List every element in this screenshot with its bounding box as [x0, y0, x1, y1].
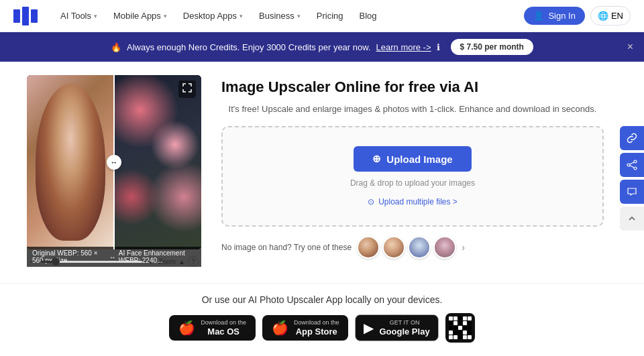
sample-image-1[interactable] — [357, 236, 380, 259]
fire-icon: 🔥 — [111, 42, 121, 52]
divider-drag-handle[interactable]: ↔ — [107, 155, 121, 170]
navbar: AI Tools ▾ Mobile Apps ▾ Desktop Apps ▾ … — [0, 0, 644, 32]
chevron-down-icon: ▾ — [164, 13, 167, 19]
appstore-badge-big: App Store — [294, 327, 339, 337]
upload-multiple-link[interactable]: ⊙ Upload multiple files > — [236, 197, 589, 206]
gp-badge-big: Google Play — [379, 327, 429, 337]
link-float-button[interactable] — [620, 126, 644, 150]
sample-image-2[interactable] — [382, 236, 405, 259]
zoom-slider[interactable] — [40, 261, 142, 263]
page-title: Image Upscaler Online for free via AI — [221, 78, 604, 97]
svg-line-9 — [630, 166, 634, 168]
svg-point-5 — [634, 160, 637, 163]
banner-text: Always enough Nero Credits. Enjoy 3000 C… — [127, 42, 370, 52]
slider-thumb[interactable] — [52, 257, 60, 265]
upload-button[interactable]: ⊕ Upload Image — [354, 146, 471, 172]
info-icon: ℹ — [437, 42, 440, 52]
share-float-button[interactable] — [620, 153, 644, 177]
nav-ai-tools[interactable]: AI Tools ▾ — [54, 7, 104, 25]
svg-point-7 — [634, 167, 637, 170]
nav-blog[interactable]: Blog — [353, 7, 384, 25]
sample-image-3[interactable] — [408, 236, 431, 259]
promo-banner: 🔥 Always enough Nero Credits. Enjoy 3000… — [0, 32, 644, 62]
chevron-down-icon: ▾ — [94, 13, 97, 19]
no-image-text: No image on hand? Try one of these — [221, 243, 352, 252]
learn-more-link[interactable]: Learn more -> — [376, 42, 431, 52]
svg-rect-0 — [13, 9, 20, 23]
arrow-icon: ↔ — [109, 253, 116, 261]
macos-badge[interactable]: 🍎 Download on the Mac OS — [169, 315, 256, 341]
qr-code[interactable] — [445, 313, 475, 343]
enhanced-image — [114, 75, 201, 249]
nav-right: 👤 Sign In 🌐 EN — [524, 6, 631, 25]
hero-subtitle: It's free! Upscale and enlarge images & … — [221, 103, 604, 116]
nav-business[interactable]: Business ▾ — [252, 7, 307, 25]
logo[interactable] — [13, 7, 38, 25]
googleplay-badge[interactable]: ▶ GET IT ON Google Play — [355, 314, 438, 341]
gp-badge-small: GET IT ON — [379, 319, 429, 327]
nav-items: AI Tools ▾ Mobile Apps ▾ Desktop Apps ▾ … — [54, 7, 524, 25]
multi-upload-icon: ⊙ — [368, 197, 374, 206]
expand-icon — [182, 83, 192, 93]
plus-circle-icon: ⊕ — [372, 153, 381, 165]
original-image — [27, 75, 114, 249]
expand-button[interactable] — [178, 80, 196, 98]
user-icon: 👤 — [533, 11, 544, 21]
nav-pricing[interactable]: Pricing — [310, 7, 350, 25]
upload-dropzone[interactable]: ⊕ Upload Image Drag & drop to upload you… — [221, 126, 604, 227]
scroll-top-button[interactable] — [620, 206, 644, 231]
signin-button[interactable]: 👤 Sign In — [524, 7, 584, 25]
nav-mobile-apps[interactable]: Mobile Apps ▾ — [107, 7, 174, 25]
svg-line-8 — [630, 162, 634, 164]
apple-icon: 🍎 — [178, 320, 195, 336]
drag-drop-text: Drag & drop to upload your images — [236, 178, 589, 188]
appstore-badge-small: Download on the — [294, 319, 339, 327]
chat-float-button[interactable] — [620, 180, 644, 204]
googleplay-icon: ▶ — [364, 320, 374, 336]
main-content: ↔ Original WEBP: 560 × 560 px Size... ↔ … — [0, 62, 644, 280]
apple-icon-2: 🍎 — [272, 320, 288, 336]
banner-price[interactable]: $ 7.50 per month — [451, 39, 533, 55]
language-selector[interactable]: 🌐 EN — [590, 6, 631, 25]
chevron-down-icon: ▾ — [239, 13, 243, 19]
floating-buttons — [620, 126, 644, 231]
app-download-section: Or use our AI Photo Upscaler App locally… — [0, 283, 644, 356]
svg-rect-2 — [31, 9, 38, 23]
chevron-down-icon: ▾ — [297, 13, 301, 19]
nav-desktop-apps[interactable]: Desktop Apps ▾ — [176, 7, 250, 25]
macos-badge-big: Mac OS — [201, 327, 246, 337]
app-section-text: Or use our AI Photo Upscaler App locally… — [0, 294, 644, 305]
sample-image-4[interactable] — [433, 236, 456, 259]
globe-icon: 🌐 — [598, 11, 608, 21]
sample-images-row: No image on hand? Try one of these › — [221, 236, 604, 259]
image-viewer: ↔ Original WEBP: 560 × 560 px Size... ↔ … — [27, 75, 201, 267]
appstore-badge[interactable]: 🍎 Download on the App Store — [262, 315, 349, 341]
app-badges: 🍎 Download on the Mac OS 🍎 Download on t… — [0, 313, 644, 343]
close-icon[interactable]: × — [627, 41, 633, 53]
upscaler-panel: Image Upscaler Online for free via AI It… — [221, 75, 604, 267]
comparison-image: ↔ — [27, 75, 201, 249]
sample-next-icon[interactable]: › — [459, 239, 468, 255]
svg-rect-1 — [22, 7, 29, 25]
svg-point-6 — [627, 164, 630, 166]
sample-images: › — [357, 236, 468, 259]
macos-badge-small: Download on the — [201, 319, 246, 327]
